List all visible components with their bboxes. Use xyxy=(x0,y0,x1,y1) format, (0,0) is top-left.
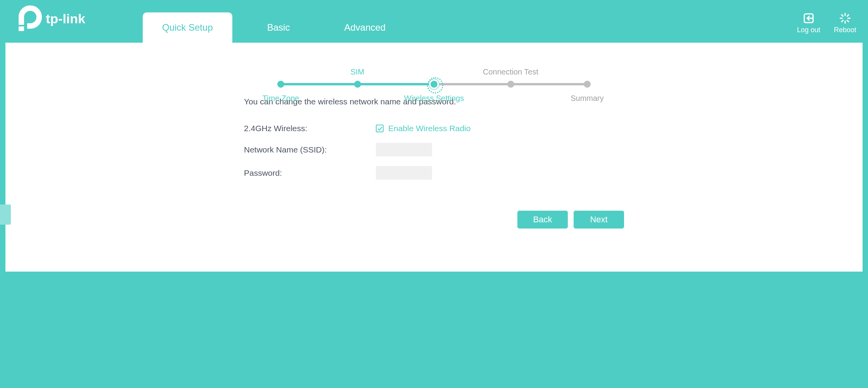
logout-button[interactable]: Log out xyxy=(797,12,820,34)
content-wrapper: Time Zone SIM Wireless Settings Connecti… xyxy=(0,43,868,277)
step-label-sim: SIM xyxy=(351,68,365,76)
tab-label: Quick Setup xyxy=(162,22,213,33)
label-24ghz: 2.4GHz Wireless: xyxy=(244,124,376,133)
button-row: Back Next xyxy=(240,211,628,229)
row-24ghz: 2.4GHz Wireless: Enable Wireless Radio xyxy=(244,124,628,133)
step-label-wireless: Wireless Settings xyxy=(404,94,464,103)
step-label-timezone: Time Zone xyxy=(263,94,299,103)
reboot-icon xyxy=(839,12,851,24)
enable-radio-control: Enable Wireless Radio xyxy=(376,124,470,133)
tab-quick-setup[interactable]: Quick Setup xyxy=(143,12,232,43)
label-password: Password: xyxy=(244,168,376,178)
header: tp-link Quick Setup Basic Advanced Log o… xyxy=(0,0,868,43)
form-area: You can change the wireless network name… xyxy=(240,97,628,180)
step-dot-summary xyxy=(584,81,591,88)
next-button[interactable]: Next xyxy=(574,211,624,229)
tab-label: Advanced xyxy=(344,22,386,33)
tab-label: Basic xyxy=(267,22,290,33)
back-button-label: Back xyxy=(533,215,552,224)
tab-advanced[interactable]: Advanced xyxy=(325,12,405,43)
logout-icon xyxy=(803,12,814,24)
ssid-input[interactable] xyxy=(376,143,432,156)
step-dot-sim xyxy=(354,81,361,88)
enable-radio-label: Enable Wireless Radio xyxy=(388,124,470,133)
header-actions: Log out Reboot xyxy=(797,12,856,34)
brand-logo: tp-link xyxy=(19,5,92,31)
row-password: Password: xyxy=(244,166,628,180)
svg-line-9 xyxy=(847,15,849,16)
tab-basic[interactable]: Basic xyxy=(248,12,310,43)
next-button-label: Next xyxy=(590,215,607,224)
svg-line-8 xyxy=(842,20,843,22)
content: Time Zone SIM Wireless Settings Connecti… xyxy=(5,43,863,272)
label-ssid: Network Name (SSID): xyxy=(244,145,376,154)
svg-line-6 xyxy=(842,15,843,16)
enable-radio-checkbox[interactable] xyxy=(376,125,384,132)
back-button[interactable]: Back xyxy=(517,211,568,229)
logout-label: Log out xyxy=(797,26,820,34)
side-collapse-tab[interactable] xyxy=(0,204,11,225)
row-ssid: Network Name (SSID): xyxy=(244,143,628,156)
step-label-connection-test: Connection Test xyxy=(483,68,538,76)
step-dot-connection-test xyxy=(507,81,514,88)
step-dot-wireless xyxy=(431,81,437,88)
tabs: Quick Setup Basic Advanced xyxy=(143,12,797,43)
step-label-summary: Summary xyxy=(571,94,604,103)
svg-line-7 xyxy=(847,20,849,22)
check-icon xyxy=(377,126,382,131)
brand-name-text: tp-link xyxy=(46,11,85,26)
reboot-label: Reboot xyxy=(834,26,856,34)
reboot-button[interactable]: Reboot xyxy=(834,12,856,34)
step-dot-timezone xyxy=(277,81,284,88)
password-input[interactable] xyxy=(376,166,432,180)
svg-rect-0 xyxy=(19,26,24,31)
